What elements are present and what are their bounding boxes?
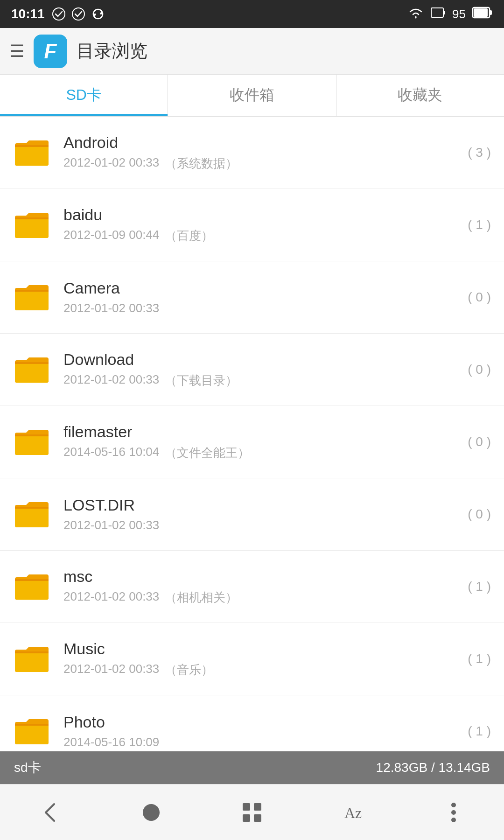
file-meta: 2012-01-02 00:33 （系统数据） bbox=[63, 155, 468, 172]
navigation-bar: Az bbox=[0, 784, 504, 840]
file-date: 2014-05-16 10:04 bbox=[63, 445, 159, 461]
more-options-button[interactable] bbox=[435, 794, 472, 831]
back-button[interactable] bbox=[32, 794, 69, 831]
svg-rect-5 bbox=[474, 8, 488, 17]
file-info: baidu 2012-01-09 00:44 （百度） bbox=[63, 206, 468, 244]
file-count: ( 0 ) bbox=[468, 507, 491, 522]
battery-frame-icon bbox=[431, 6, 446, 22]
menu-icon[interactable]: ☰ bbox=[9, 42, 24, 61]
file-name: filemaster bbox=[63, 423, 468, 441]
tab-bar: SD卡 收件箱 收藏夹 bbox=[0, 75, 504, 117]
file-name: Download bbox=[63, 350, 468, 369]
status-bar: 10:11 bbox=[0, 0, 504, 28]
folder-icon bbox=[13, 281, 50, 313]
status-right-area: 95 bbox=[407, 6, 493, 23]
file-date: 2014-05-16 10:09 bbox=[63, 735, 159, 749]
file-info: msc 2012-01-02 00:33 （相机相关） bbox=[63, 567, 468, 606]
file-info: Camera 2012-01-02 00:33 bbox=[63, 279, 468, 315]
svg-rect-2 bbox=[431, 8, 443, 17]
file-desc: （相机相关） bbox=[165, 589, 238, 606]
file-name: LOST.DIR bbox=[63, 496, 468, 514]
file-date: 2012-01-02 00:33 bbox=[63, 589, 159, 606]
file-meta: 2012-01-02 00:33 （下载目录） bbox=[63, 372, 468, 389]
file-row[interactable]: msc 2012-01-02 00:33 （相机相关） ( 1 ) bbox=[0, 551, 504, 623]
svg-rect-7 bbox=[243, 803, 250, 811]
file-meta: 2014-05-16 10:04 （文件全能王） bbox=[63, 445, 468, 461]
svg-point-12 bbox=[451, 803, 456, 807]
file-name: msc bbox=[63, 567, 468, 586]
file-list: Android 2012-01-02 00:33 （系统数据） ( 3 ) bbox=[0, 117, 504, 751]
file-count: ( 0 ) bbox=[468, 290, 491, 305]
file-meta: 2014-05-16 10:09 bbox=[63, 735, 468, 749]
status-time-area: 10:11 bbox=[11, 7, 105, 21]
file-date: 2012-01-02 00:33 bbox=[63, 155, 159, 172]
sort-button[interactable]: Az bbox=[334, 794, 371, 831]
file-date: 2012-01-02 00:33 bbox=[63, 301, 159, 315]
file-date: 2012-01-02 00:33 bbox=[63, 372, 159, 389]
file-desc: （音乐） bbox=[165, 662, 213, 678]
file-info: LOST.DIR 2012-01-02 00:33 bbox=[63, 496, 468, 532]
svg-point-0 bbox=[53, 8, 65, 20]
battery-icon bbox=[472, 6, 493, 22]
file-desc: （系统数据） bbox=[165, 155, 238, 172]
file-meta: 2012-01-02 00:33 （相机相关） bbox=[63, 589, 468, 606]
file-desc: （文件全能王） bbox=[165, 445, 250, 461]
file-count: ( 1 ) bbox=[468, 579, 491, 594]
file-row[interactable]: LOST.DIR 2012-01-02 00:33 ( 0 ) bbox=[0, 478, 504, 551]
refresh-button[interactable] bbox=[133, 794, 170, 831]
file-name: Photo bbox=[63, 713, 468, 731]
status-time: 10:11 bbox=[11, 7, 45, 21]
storage-label: sd卡 bbox=[14, 759, 41, 777]
wifi-icon bbox=[407, 6, 424, 23]
svg-rect-9 bbox=[243, 814, 250, 822]
file-row[interactable]: Photo 2014-05-16 10:09 ( 1 ) bbox=[0, 695, 504, 751]
file-count: ( 1 ) bbox=[468, 651, 491, 666]
file-meta: 2012-01-02 00:33 bbox=[63, 518, 468, 532]
file-row[interactable]: filemaster 2014-05-16 10:04 （文件全能王） ( 0 … bbox=[0, 406, 504, 478]
svg-point-14 bbox=[451, 818, 456, 822]
svg-rect-10 bbox=[254, 814, 261, 822]
folder-icon bbox=[13, 571, 50, 602]
file-row[interactable]: Camera 2012-01-02 00:33 ( 0 ) bbox=[0, 261, 504, 334]
folder-icon bbox=[13, 354, 50, 385]
tab-sd-card[interactable]: SD卡 bbox=[0, 75, 168, 116]
file-count: ( 3 ) bbox=[468, 145, 491, 160]
app-header: ☰ F 目录浏览 bbox=[0, 28, 504, 75]
tab-favorites[interactable]: 收藏夹 bbox=[336, 75, 504, 116]
grid-view-button[interactable] bbox=[233, 794, 271, 831]
file-desc: （百度） bbox=[165, 228, 213, 244]
svg-point-1 bbox=[72, 8, 84, 20]
file-meta: 2012-01-02 00:33 bbox=[63, 301, 468, 315]
sync-icon bbox=[91, 7, 105, 21]
svg-rect-8 bbox=[254, 803, 261, 811]
file-row[interactable]: Music 2012-01-02 00:33 （音乐） ( 1 ) bbox=[0, 623, 504, 695]
folder-icon bbox=[13, 715, 50, 747]
file-count: ( 0 ) bbox=[468, 362, 491, 377]
file-desc: （下载目录） bbox=[165, 372, 238, 389]
battery-percent: 95 bbox=[452, 7, 466, 21]
file-row[interactable]: baidu 2012-01-09 00:44 （百度） ( 1 ) bbox=[0, 189, 504, 261]
tab-inbox[interactable]: 收件箱 bbox=[168, 75, 336, 116]
file-date: 2012-01-02 00:33 bbox=[63, 518, 159, 532]
page-title: 目录浏览 bbox=[77, 39, 147, 63]
svg-point-13 bbox=[451, 810, 456, 815]
storage-status-bar: sd卡 12.83GB / 13.14GB bbox=[0, 751, 504, 784]
file-name: Camera bbox=[63, 279, 468, 297]
file-count: ( 1 ) bbox=[468, 724, 491, 739]
folder-icon bbox=[13, 209, 50, 241]
file-count: ( 1 ) bbox=[468, 217, 491, 232]
status-notification-icons bbox=[51, 7, 105, 21]
folder-icon bbox=[13, 137, 50, 168]
file-count: ( 0 ) bbox=[468, 434, 491, 449]
file-name: baidu bbox=[63, 206, 468, 224]
folder-icon bbox=[13, 643, 50, 675]
file-info: Photo 2014-05-16 10:09 bbox=[63, 713, 468, 749]
folder-icon bbox=[13, 426, 50, 458]
file-info: Music 2012-01-02 00:33 （音乐） bbox=[63, 640, 468, 678]
file-meta: 2012-01-02 00:33 （音乐） bbox=[63, 662, 468, 678]
folder-icon bbox=[13, 498, 50, 530]
file-meta: 2012-01-09 00:44 （百度） bbox=[63, 228, 468, 244]
file-row[interactable]: Download 2012-01-02 00:33 （下载目录） ( 0 ) bbox=[0, 334, 504, 406]
file-row[interactable]: Android 2012-01-02 00:33 （系统数据） ( 3 ) bbox=[0, 117, 504, 189]
file-name: Music bbox=[63, 640, 468, 658]
